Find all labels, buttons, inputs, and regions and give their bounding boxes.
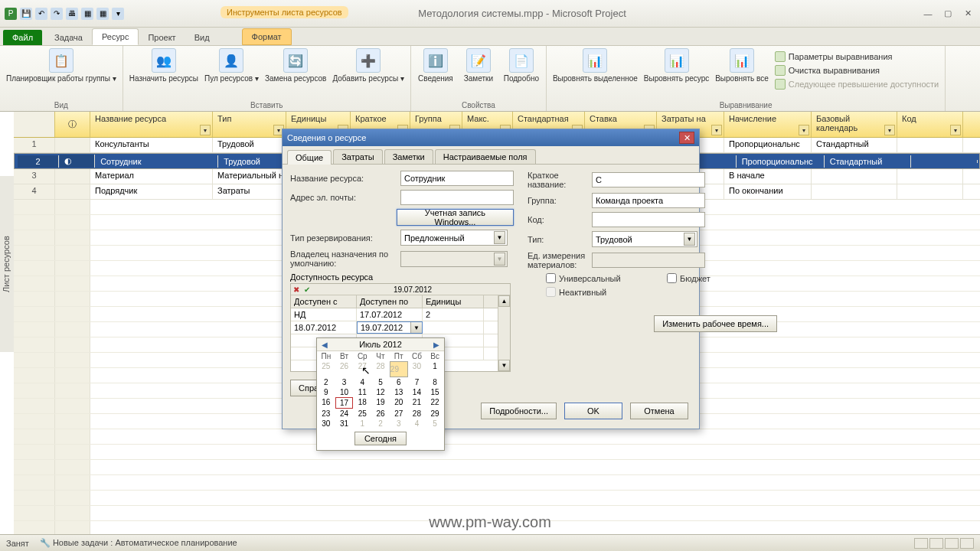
level-all-button[interactable]: 📊Выровнять все <box>715 48 769 83</box>
calendar-day[interactable]: 18 <box>353 397 371 409</box>
code-input[interactable] <box>592 212 705 227</box>
tab-format[interactable]: Формат <box>242 28 292 45</box>
information-button[interactable]: ℹ️Сведения <box>417 48 454 83</box>
calendar-day[interactable]: 16 <box>317 397 335 409</box>
type-select[interactable]: Трудовой▼ <box>592 231 697 247</box>
calendar-day[interactable]: 24 <box>335 409 354 419</box>
redo-icon[interactable]: ↷ <box>51 8 63 20</box>
col-name[interactable]: Название ресурса▾ <box>90 112 213 137</box>
tab-task[interactable]: Задача <box>45 30 92 45</box>
calendar-day[interactable]: 9 <box>317 387 335 397</box>
calendar-day[interactable]: 14 <box>408 387 426 397</box>
initials-input[interactable] <box>592 172 705 187</box>
col-calendar[interactable]: Базовый календарь▾ <box>812 112 897 137</box>
calendar-day[interactable]: 15 <box>426 387 444 397</box>
col-accrual[interactable]: Начисление▾ <box>724 112 812 137</box>
view-switcher[interactable] <box>914 538 974 549</box>
calendar-day[interactable]: 1 <box>353 419 371 429</box>
calendar-day[interactable]: 10 <box>335 387 354 397</box>
empty-row[interactable] <box>14 429 980 445</box>
booking-type-select[interactable]: Предложенный▼ <box>400 230 508 246</box>
calendar-day[interactable]: 12 <box>371 387 390 397</box>
calendar-day[interactable]: 25 <box>353 409 371 419</box>
dialog-tab-custom[interactable]: Настраиваемые поля <box>435 149 536 164</box>
next-overallocation-link[interactable]: Следующее превышение доступности <box>775 79 939 90</box>
col-code[interactable]: Код▾ <box>897 112 963 137</box>
qat-icon[interactable]: ▦ <box>81 8 93 20</box>
calendar-day[interactable]: 17 <box>335 397 354 409</box>
ok-button[interactable]: OK <box>564 403 622 419</box>
budget-checkbox[interactable]: Бюджет <box>667 273 777 283</box>
undo-icon[interactable]: ↶ <box>35 8 47 20</box>
qat-dropdown-icon[interactable]: ▾ <box>112 8 124 20</box>
change-working-time-button[interactable]: Изменить рабочее время... <box>654 315 777 332</box>
universal-checkbox[interactable]: Универсальный <box>546 273 656 283</box>
details-button[interactable]: Подробности... <box>481 403 557 419</box>
maximize-icon[interactable]: ▢ <box>940 8 956 20</box>
confirm-edit-icon[interactable]: ✔ <box>302 285 312 294</box>
calendar-day[interactable]: 11 <box>353 387 371 397</box>
calendar-day[interactable]: 26 <box>371 409 390 419</box>
calendar-day[interactable]: 27 <box>390 409 408 419</box>
tab-resource[interactable]: Ресурс <box>92 28 139 45</box>
calendar-day[interactable]: 13 <box>390 387 408 397</box>
dialog-tab-general[interactable]: Общие <box>287 150 332 165</box>
calendar-day[interactable]: 28 <box>408 409 426 419</box>
tab-file[interactable]: Файл <box>3 30 42 45</box>
print-icon[interactable]: 🖶 <box>66 8 78 20</box>
next-month-button[interactable]: ▶ <box>432 341 441 349</box>
calendar-day[interactable]: 30 <box>408 361 426 377</box>
save-icon[interactable]: 💾 <box>20 8 32 20</box>
calendar-day[interactable]: 27 <box>353 361 371 377</box>
col-type[interactable]: Тип▾ <box>213 112 286 137</box>
available-to-input[interactable]: 19.07.2012▼ <box>357 321 423 334</box>
calendar-day[interactable]: 1 <box>426 361 444 377</box>
calendar-day[interactable]: 30 <box>317 419 335 429</box>
leveling-options-link[interactable]: Параметры выравнивания <box>775 51 939 62</box>
calendar-day[interactable]: 3 <box>335 377 354 387</box>
details-button[interactable]: 📄Подробно <box>503 48 540 83</box>
assign-resources-button[interactable]: 👥Назначить ресурсы <box>129 48 198 83</box>
empty-row[interactable] <box>14 460 980 475</box>
indicator-column[interactable]: ⓘ <box>55 112 90 137</box>
calendar-day[interactable]: 4 <box>408 419 426 429</box>
calendar-day[interactable]: 3 <box>390 419 408 429</box>
calendar-day[interactable]: 8 <box>426 377 444 387</box>
email-input[interactable] <box>400 190 514 205</box>
tab-view[interactable]: Вид <box>185 30 219 45</box>
replace-resources-button[interactable]: 🔄Замена ресурсов <box>265 48 326 83</box>
calendar-day[interactable]: 4 <box>353 377 371 387</box>
availability-scrollbar[interactable]: ▲▼ <box>498 295 510 371</box>
add-resources-button[interactable]: ➕Добавить ресурсы ▾ <box>332 48 404 83</box>
calendar-day[interactable]: 20 <box>390 397 408 409</box>
prev-month-button[interactable]: ◀ <box>320 341 329 349</box>
cancel-edit-icon[interactable]: ✖ <box>291 285 302 294</box>
calendar-day[interactable]: 5 <box>371 377 390 387</box>
empty-row[interactable] <box>14 491 980 506</box>
dialog-titlebar[interactable]: Сведения о ресурсе ✕ <box>283 129 699 146</box>
calendar-day[interactable]: 29 <box>390 361 408 377</box>
minimize-icon[interactable]: — <box>920 8 936 20</box>
calendar-day[interactable]: 6 <box>390 377 408 387</box>
cancel-button[interactable]: Отмена <box>630 403 688 419</box>
notes-button[interactable]: 📝Заметки <box>460 48 497 83</box>
calendar-day[interactable]: 5 <box>426 419 444 429</box>
tab-project[interactable]: Проект <box>139 30 185 45</box>
calendar-day[interactable]: 29 <box>426 409 444 419</box>
qat-icon[interactable]: ▦ <box>96 8 109 20</box>
calendar-day[interactable]: 7 <box>408 377 426 387</box>
calendar-day[interactable]: 26 <box>335 361 354 377</box>
close-icon[interactable]: ✕ <box>960 8 975 20</box>
calendar-day[interactable]: 31 <box>335 419 354 429</box>
team-planner-button[interactable]: 📋Планировщик работы группы ▾ <box>6 48 116 83</box>
dialog-close-button[interactable]: ✕ <box>679 132 694 144</box>
calendar-day[interactable]: 19 <box>371 397 390 409</box>
dialog-tab-costs[interactable]: Затраты <box>333 149 383 164</box>
resource-name-input[interactable] <box>400 171 514 186</box>
calendar-day[interactable]: 21 <box>408 397 426 409</box>
calendar-day[interactable]: 2 <box>317 377 335 387</box>
calendar-day[interactable]: 28 <box>371 361 390 377</box>
calendar-day[interactable]: 22 <box>426 397 444 409</box>
level-selection-button[interactable]: 📊Выровнять выделенное <box>553 48 638 83</box>
empty-row[interactable] <box>14 475 980 491</box>
